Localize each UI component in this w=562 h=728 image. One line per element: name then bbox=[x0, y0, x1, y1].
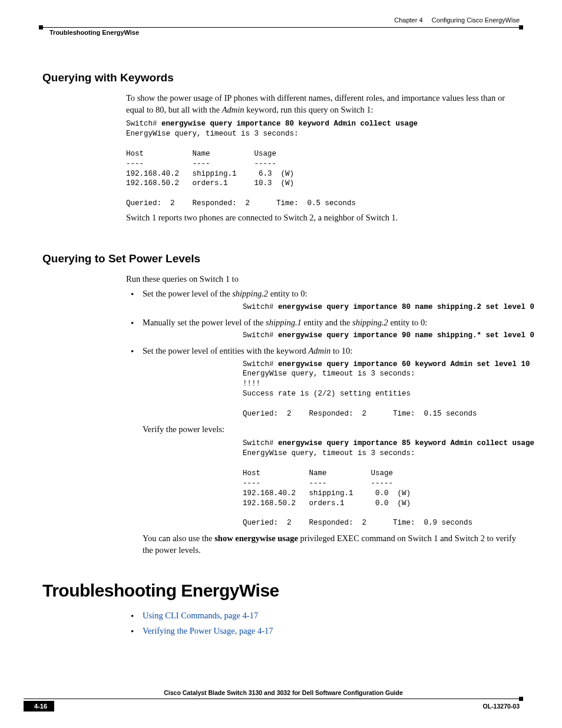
text: to 10: bbox=[330, 346, 352, 355]
code-block: Switch# energywise query importance 90 n… bbox=[243, 331, 520, 341]
text: Set the power level of entities with the… bbox=[143, 346, 308, 355]
page-footer: Cisco Catalyst Blade Switch 3130 and 303… bbox=[24, 689, 520, 711]
doc-number: OL-13270-03 bbox=[483, 703, 520, 710]
para: Switch 1 reports two phones are connecte… bbox=[126, 212, 520, 224]
cli-prompt: Switch# bbox=[243, 303, 278, 311]
cli-output: EnergyWise query, timeout is 3 seconds: … bbox=[126, 130, 356, 207]
entity-name: shipping.1 bbox=[266, 318, 302, 327]
code-block: Switch# energywise query importance 80 n… bbox=[243, 302, 520, 312]
footer-rule bbox=[24, 699, 520, 699]
chapter-title: Configuring Cisco EnergyWise bbox=[432, 17, 520, 24]
cli-command: energywise query importance 80 keyword A… bbox=[161, 120, 418, 128]
cli-prompt: Switch# bbox=[243, 360, 278, 368]
cli-command: energywise query importance 60 keyword A… bbox=[278, 360, 530, 368]
bullet-list: Using CLI Commands, page 4-17 Verifying … bbox=[126, 610, 520, 637]
para: You can also use the show energywise usa… bbox=[143, 533, 520, 556]
list-item: Set the power level of entities with the… bbox=[126, 345, 520, 556]
header-left bbox=[42, 17, 44, 24]
keyword-admin: Admin bbox=[222, 105, 244, 114]
list-item: Set the power level of the shipping.2 en… bbox=[126, 288, 520, 312]
para: Verify the power levels: bbox=[143, 424, 520, 436]
cli-command: energywise query importance 80 name ship… bbox=[278, 303, 534, 311]
heading-querying-keywords: Querying with Keywords bbox=[42, 71, 520, 84]
code-block: Switch# energywise query importance 80 k… bbox=[126, 119, 520, 209]
heading-querying-set-power: Querying to Set Power Levels bbox=[42, 252, 520, 265]
page-number: 4-16 bbox=[24, 701, 54, 711]
footer-doc-title: Cisco Catalyst Blade Switch 3130 and 303… bbox=[47, 689, 520, 696]
keyword-admin: Admin bbox=[308, 346, 330, 355]
header-rule bbox=[42, 27, 520, 28]
link-verify-power[interactable]: Verifying the Power Usage, page 4-17 bbox=[143, 626, 273, 635]
cli-output: EnergyWise query, timeout is 3 seconds: … bbox=[243, 449, 472, 527]
text: You can also use the bbox=[143, 533, 214, 543]
bullet-list: Set the power level of the shipping.2 en… bbox=[126, 288, 520, 556]
cli-prompt: Switch# bbox=[243, 439, 278, 447]
cli-command: energywise query importance 85 keyword A… bbox=[278, 439, 534, 447]
text: entity and the bbox=[302, 318, 352, 327]
list-item: Using CLI Commands, page 4-17 bbox=[126, 610, 520, 622]
text: entity to 0: bbox=[388, 318, 427, 327]
code-block: Switch# energywise query importance 60 k… bbox=[243, 360, 520, 419]
para: To show the power usage of IP phones wit… bbox=[126, 93, 520, 116]
text: entity to 0: bbox=[268, 289, 307, 298]
section-breadcrumb: Troubleshooting EnergyWise bbox=[49, 29, 520, 36]
entity-name: shipping.2 bbox=[352, 318, 388, 327]
command-name: show energywise usage bbox=[214, 533, 298, 543]
text: Manually set the power level of the bbox=[143, 318, 266, 327]
running-header: Chapter 4 Configuring Cisco EnergyWise bbox=[42, 17, 520, 24]
list-item: Verifying the Power Usage, page 4-17 bbox=[126, 625, 520, 637]
list-item: Manually set the power level of the ship… bbox=[126, 317, 520, 341]
cli-command: energywise query importance 90 name ship… bbox=[278, 331, 534, 340]
heading-troubleshooting: Troubleshooting EnergyWise bbox=[42, 581, 520, 601]
text: keyword, run this query on Switch 1: bbox=[244, 105, 373, 114]
link-cli-commands[interactable]: Using CLI Commands, page 4-17 bbox=[143, 611, 258, 620]
text: Set the power level of the bbox=[143, 289, 232, 298]
cli-prompt: Switch# bbox=[126, 120, 161, 128]
entity-name: shipping.2 bbox=[232, 289, 268, 298]
header-right: Chapter 4 Configuring Cisco EnergyWise bbox=[394, 17, 520, 24]
cli-prompt: Switch# bbox=[243, 331, 278, 340]
cli-output: EnergyWise query, timeout is 3 seconds: … bbox=[243, 370, 477, 418]
para: Run these queries on Switch 1 to bbox=[126, 274, 520, 285]
code-block: Switch# energywise query importance 85 k… bbox=[243, 439, 520, 528]
chapter-label: Chapter 4 bbox=[394, 17, 422, 24]
